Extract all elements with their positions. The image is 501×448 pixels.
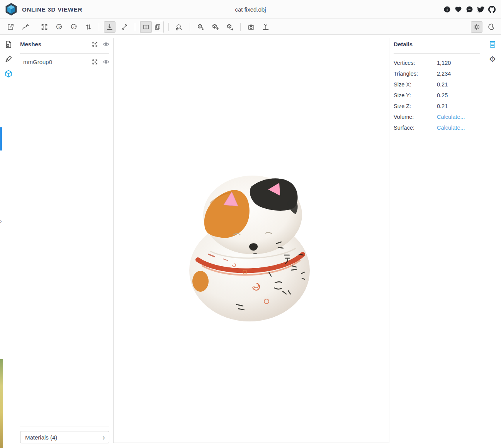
show-edges-button[interactable] [152, 21, 163, 33]
github-icon[interactable] [488, 6, 496, 13]
detail-value: 1,120 [437, 60, 451, 66]
toolbar-separator [99, 23, 99, 31]
details-panel: Details Vertices: 1,120 Triangles: 2,234… [389, 35, 484, 133]
app-logo[interactable] [4, 2, 18, 16]
app-title: ONLINE 3D VIEWER [22, 6, 82, 13]
settings-button[interactable]: ⚙ [488, 54, 497, 64]
detail-label: Size Y: [394, 92, 437, 98]
details-row-triangles: Triangles: 2,234 [394, 68, 480, 79]
open-file-icon [7, 23, 14, 31]
theme-buttons [469, 21, 499, 33]
export-right-icon [226, 23, 234, 31]
export-up-icon [211, 23, 219, 31]
set-y-up-button[interactable]: y [53, 21, 65, 33]
detail-value: 0.21 [437, 81, 448, 88]
fit-mesh-icon[interactable] [92, 59, 98, 65]
details-row-volume: Volume: Calculate... [394, 112, 480, 122]
export-down-button[interactable] [195, 21, 206, 33]
detail-label: Size Z: [394, 103, 437, 109]
dark-theme-button[interactable] [486, 21, 497, 33]
show-hide-mesh-eye-icon[interactable] [103, 59, 109, 65]
fix-up-vector-button[interactable] [104, 21, 115, 33]
details-row-surface: Surface: Calculate... [394, 122, 480, 133]
no-edges-button[interactable] [140, 21, 152, 33]
header: ONLINE 3D VIEWER cat fixed.obj [0, 0, 501, 19]
details-row-size-x: Size X: 0.21 [394, 79, 480, 90]
fit-to-window-button[interactable] [39, 21, 50, 33]
open-url-icon [21, 23, 29, 31]
open-file-button[interactable] [5, 21, 16, 33]
details-row-size-y: Size Y: 0.25 [394, 90, 480, 101]
details-row-size-z: Size Z: 0.21 [394, 101, 480, 112]
mesh-tree-item[interactable]: mmGroup0 [20, 54, 109, 70]
materials-icon [4, 55, 13, 63]
calculate-surface-link[interactable]: Calculate... [437, 125, 465, 131]
detail-label: Volume: [394, 114, 437, 120]
detail-label: Triangles: [394, 71, 437, 77]
details-panel-title: Details [394, 41, 480, 47]
meshes-icon [4, 69, 13, 78]
screen-edge-artifact-wallpaper [0, 359, 3, 448]
info-icon[interactable] [443, 6, 451, 13]
svg-text:y: y [58, 25, 60, 29]
meshes-panel-button[interactable] [4, 69, 13, 78]
export-right-button[interactable] [224, 21, 236, 33]
calculate-volume-link[interactable]: Calculate... [437, 114, 465, 120]
heart-icon[interactable] [455, 6, 462, 13]
align-to-floor-icon [262, 23, 270, 31]
show-edges-icon [154, 23, 161, 31]
zoom-window-icon [175, 23, 183, 31]
set-z-up-button[interactable]: z [68, 21, 80, 33]
export-down-icon [197, 23, 204, 31]
toolbar-separator [240, 23, 241, 31]
toolbar-separator [135, 23, 135, 31]
light-theme-button[interactable] [471, 21, 482, 33]
detail-value: 0.25 [437, 92, 448, 98]
detail-label: Vertices: [394, 60, 437, 66]
twitter-icon[interactable] [477, 6, 484, 13]
fit-all-meshes-icon[interactable] [92, 41, 98, 47]
zoom-window-button[interactable] [173, 21, 185, 33]
cat-figurine-model [187, 169, 317, 323]
set-z-up-icon: z [70, 23, 78, 31]
svg-text:z: z [73, 25, 75, 29]
settings-gear-icon: ⚙ [489, 55, 496, 63]
chat-icon[interactable] [466, 6, 473, 13]
meshes-panel-title: Meshes [20, 41, 92, 47]
details-row-vertices: Vertices: 1,120 [394, 57, 480, 68]
measure-button[interactable] [119, 21, 130, 33]
materials-button[interactable]: Materials (4) › [20, 431, 109, 443]
open-url-button[interactable] [19, 21, 31, 33]
screen-edge-chevron: › [0, 218, 2, 224]
details-panel-icon [488, 40, 497, 49]
toolbar-separator [168, 23, 169, 31]
snapshot-button[interactable] [245, 21, 257, 33]
materials-panel-button[interactable] [4, 54, 13, 64]
meshes-panel-header: Meshes [20, 35, 109, 54]
mesh-item-label: mmGroup0 [23, 59, 92, 65]
show-hide-all-meshes-eye-icon[interactable] [103, 41, 109, 47]
toolbar-separator [190, 23, 190, 31]
flip-up-vector-icon [85, 23, 92, 31]
file-info-panel-button[interactable] [4, 40, 13, 49]
dark-theme-icon [487, 23, 495, 31]
export-up-button[interactable] [209, 21, 221, 33]
measure-icon [121, 23, 128, 31]
edges-toggle-group [140, 21, 164, 33]
screen-edge-artifact-blue [0, 127, 2, 150]
file-info-icon [4, 40, 13, 49]
no-edges-icon [142, 23, 150, 31]
details-panel-header: Details [394, 35, 480, 54]
detail-label: Surface: [394, 125, 437, 131]
set-y-up-icon: y [55, 23, 63, 31]
flip-up-vector-button[interactable] [83, 21, 94, 33]
header-social-icons [443, 6, 496, 13]
fix-up-vector-icon [106, 23, 114, 31]
model-viewport[interactable] [113, 38, 389, 443]
details-panel-toggle-button[interactable] [488, 40, 497, 49]
snapshot-icon [247, 23, 255, 31]
detail-label: Size X: [394, 81, 437, 88]
right-rail: ⚙ [484, 35, 501, 448]
align-to-floor-button[interactable] [260, 21, 272, 33]
fit-to-window-icon [41, 23, 48, 31]
